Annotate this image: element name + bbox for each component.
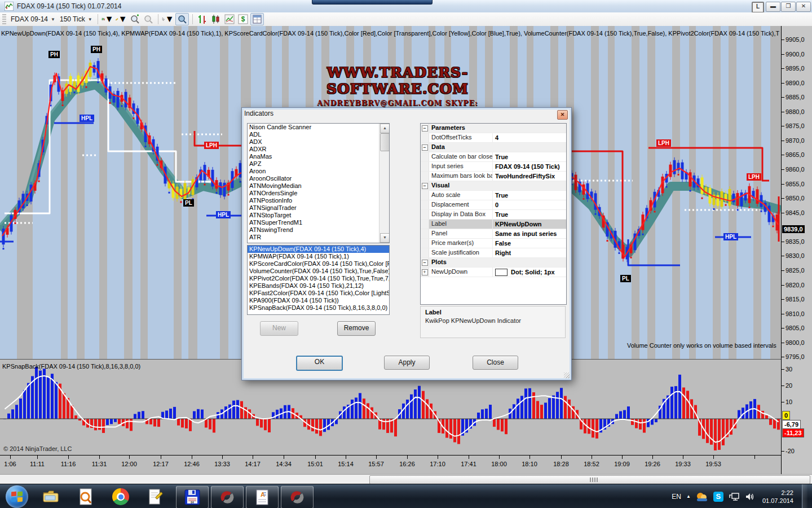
taskbar-ninjatrader-2[interactable] (281, 486, 314, 508)
scroll-down-button[interactable]: ▼ (380, 233, 390, 243)
property-value[interactable]: FDAX 09-14 (150 Tick) (493, 162, 566, 171)
price-axis[interactable]: 9905,09900,09895,09890,09885,09880,09875… (781, 26, 812, 474)
available-indicator-item[interactable]: AnaMas (248, 153, 389, 160)
available-indicator-item[interactable]: Aroon (248, 168, 389, 175)
scroll-up-button[interactable]: ▲ (380, 124, 390, 133)
dialog-close-action-button[interactable]: Close (473, 356, 518, 370)
apply-button[interactable]: Apply (384, 356, 430, 370)
property-row[interactable]: Auto scaleTrue (421, 191, 566, 200)
available-indicator-item[interactable]: Nison Candle Scanner (248, 124, 389, 131)
property-row[interactable]: Calculate on bar closeTrue (421, 152, 566, 162)
scroll-thumb[interactable] (380, 133, 390, 151)
available-indicator-item[interactable]: ATNSuperTrendM1 (248, 219, 389, 226)
property-row[interactable]: Display in Data BoxTrue (421, 210, 566, 220)
taskbar-clock[interactable]: 2:22 01.07.2014 (762, 489, 793, 505)
line-chart-button[interactable] (223, 14, 236, 25)
tray-expand-icon[interactable]: ▲ (686, 494, 691, 499)
property-row[interactable]: LabelKPNewUpDown (421, 220, 566, 229)
property-row[interactable]: DotOffsetTicks4 (421, 133, 566, 143)
new-button[interactable]: New (260, 321, 298, 336)
selected-indicator-item[interactable]: KPSnapBack(FDAX 09-14 (150 Tick),8,16,3,… (248, 304, 389, 312)
taskbar-ninjatrader[interactable] (211, 486, 244, 508)
collapse-icon[interactable]: − (421, 124, 429, 133)
property-value[interactable]: False (493, 239, 566, 248)
zoom-out-button[interactable] (142, 14, 155, 25)
property-value[interactable]: True (493, 152, 566, 161)
available-indicator-item[interactable]: ATNMovingMedian (248, 182, 389, 190)
account-data-button[interactable]: $ (237, 14, 249, 25)
selected-indicator-item[interactable]: VolumeCounter(FDAX 09-14 (150 Tick),True… (248, 268, 389, 275)
available-indicators-list[interactable]: Nison Candle ScannerADLADXADXRAnaMasAPZA… (247, 123, 390, 243)
minimize-button[interactable]: ▬ (766, 2, 780, 12)
collapse-icon[interactable]: − (421, 181, 429, 190)
candle-chart-button[interactable] (210, 14, 222, 25)
property-group-visual[interactable]: −Visual (421, 181, 566, 191)
dialog-close-button[interactable]: ✕ (557, 110, 568, 120)
available-indicator-item[interactable]: ADL (248, 131, 389, 138)
taskbar-explorer[interactable] (39, 486, 62, 507)
taskbar-chrome[interactable] (109, 486, 132, 507)
property-value[interactable]: Dot; Solid; 1px (493, 268, 566, 277)
cloud-weather-icon[interactable] (696, 492, 708, 502)
taskbar-search[interactable] (74, 486, 97, 507)
collapse-icon[interactable]: − (421, 258, 429, 267)
resize-grip[interactable] (564, 373, 570, 378)
restore-button[interactable]: ❐ (781, 2, 796, 12)
expand-icon[interactable]: + (421, 268, 429, 277)
property-group-data[interactable]: −Data (421, 143, 566, 152)
taskbar-floppy-app[interactable]: 64 (176, 486, 209, 508)
skype-icon[interactable]: S (713, 492, 723, 502)
selected-indicator-item[interactable]: KPNewUpDown(FDAX 09-14 (150 Tick),4) (248, 246, 389, 253)
property-grid[interactable]: −ParametersDotOffsetTicks4−DataCalculate… (420, 123, 567, 305)
property-row[interactable]: +NewUpDownDot; Solid; 1px (421, 268, 566, 277)
selected-indicator-item[interactable]: KPA900(FDAX 09-14 (150 Tick)) (248, 297, 389, 304)
scrollbar-thumb[interactable] (369, 475, 810, 484)
time-axis[interactable]: 1:0611:1111:1611:3112:0012:1712:4613:331… (0, 455, 812, 475)
background-window-edge[interactable] (312, 0, 433, 5)
data-box-button[interactable] (250, 13, 264, 25)
available-indicator-item[interactable]: ATNPostionInfo (248, 197, 389, 204)
available-indicator-item[interactable]: ATNOrdersSingle (248, 190, 389, 197)
horizontal-scrollbar[interactable] (0, 474, 812, 484)
chart-style-button[interactable]: ▼ (102, 14, 114, 25)
selected-indicator-item[interactable]: KPScoreCardColor(FDAX 09-14 (150 Tick),C… (248, 260, 389, 268)
property-row[interactable]: PanelSame as input series (421, 229, 566, 239)
speaker-icon[interactable] (745, 492, 755, 501)
selected-indicators-list[interactable]: KPNewUpDown(FDAX 09-14 (150 Tick),4)KPMW… (247, 245, 390, 315)
available-indicator-item[interactable]: ADX (248, 138, 389, 146)
available-indicator-item[interactable]: ADXR (248, 146, 389, 153)
toolbar-grip[interactable] (2, 14, 6, 24)
available-indicator-item[interactable]: APZ (248, 160, 389, 168)
show-desktop-button[interactable] (802, 484, 807, 508)
property-row[interactable]: Displacement0 (421, 200, 566, 210)
selected-indicator-item[interactable]: KPPivot2Color(FDAX 09-14 (150 Tick),True… (248, 275, 389, 282)
property-row[interactable]: Price marker(s)False (421, 239, 566, 248)
property-value[interactable]: True (493, 191, 566, 200)
selected-indicator-item[interactable]: KPMWAP(FDAX 09-14 (150 Tick),1) (248, 253, 389, 260)
property-value[interactable]: TwoHundredFiftySix (493, 172, 566, 181)
ok-button[interactable]: OK (296, 356, 343, 371)
bar-chart-button[interactable] (196, 14, 209, 25)
available-indicator-item[interactable]: ATR (248, 234, 389, 241)
property-value[interactable]: True (493, 210, 566, 219)
link-button[interactable]: L (752, 2, 764, 13)
list-scrollbar[interactable]: ▲ ▼ (379, 124, 389, 243)
network-icon[interactable] (729, 492, 740, 501)
zoom-region-button[interactable] (175, 13, 189, 25)
remove-button[interactable]: Remove (337, 321, 376, 336)
property-group-parameters[interactable]: −Parameters (421, 124, 566, 133)
interval-selector[interactable]: 150 Tick▼ (58, 14, 95, 25)
property-value[interactable]: 0 (493, 200, 566, 209)
available-indicator-item[interactable]: AroonOscillator (248, 175, 389, 182)
taskbar-document-a[interactable]: A (246, 486, 279, 508)
instrument-selector[interactable]: FDAX 09-14▼ (8, 14, 58, 25)
collapse-icon[interactable]: − (421, 143, 429, 152)
drawing-tools-button[interactable]: ▼ (115, 14, 127, 25)
available-indicator-item[interactable]: ATNSignalTrader (248, 204, 389, 212)
available-indicator-item[interactable]: ATNStopTarget (248, 212, 389, 219)
property-row[interactable]: Scale justificationRight (421, 248, 566, 258)
close-button[interactable]: ✕ (796, 2, 811, 12)
property-value[interactable]: Right (493, 248, 566, 257)
taskbar-wordpad[interactable] (144, 486, 167, 507)
property-value[interactable]: KPNewUpDown (493, 220, 566, 229)
